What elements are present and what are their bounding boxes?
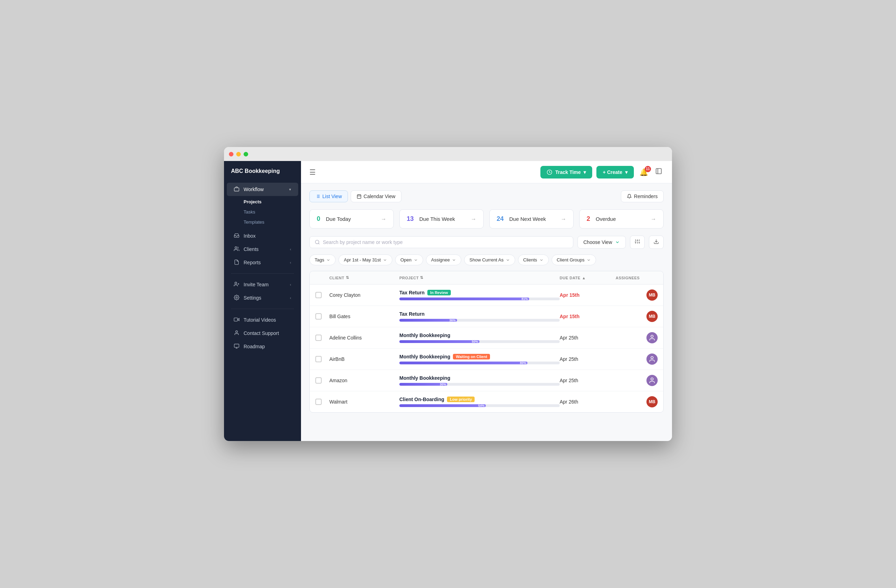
sidebar-item-inbox-label: Inbox (244, 233, 256, 239)
stat-due-next-week-number: 24 (497, 215, 504, 222)
sidebar-item-tutorial-videos-label: Tutorial Videos (244, 317, 276, 323)
svg-marker-6 (238, 318, 239, 321)
sidebar-item-invite-team[interactable]: Invite Team ‹ (227, 278, 298, 291)
th-due-date[interactable]: DUE DATE ▲ (560, 276, 616, 280)
settings-filter-button[interactable] (630, 236, 645, 249)
table-row[interactable]: Corey Clayton Tax Return In Review 81% (310, 285, 663, 306)
progress-bar-3: 50% (399, 340, 560, 343)
sidebar-item-workflow[interactable]: Workflow ▾ (227, 183, 298, 196)
create-label: + Create (603, 169, 622, 175)
svg-rect-9 (234, 344, 239, 347)
progress-fill-4: 80% (399, 361, 527, 364)
table-row[interactable]: Amazon Monthly Bookkeeping 30% Apr (310, 370, 663, 391)
client-name-4: AirBnB (329, 356, 399, 362)
stat-due-this-week[interactable]: 13 Due This Week → (399, 209, 484, 228)
user-menu-button[interactable] (654, 166, 664, 178)
tab-list-view[interactable]: List View (309, 190, 348, 202)
sidebar: ABC Bookkeeping Workflow ▾ Projects Task… (224, 161, 301, 441)
row-checkbox-4[interactable] (315, 356, 329, 362)
sliders-icon (635, 239, 640, 244)
filter-status[interactable]: Open (395, 254, 423, 265)
project-cell-2: Tax Return 36% (399, 311, 560, 321)
maximize-button[interactable] (244, 152, 248, 157)
stat-overdue[interactable]: 2 Overdue → (579, 209, 664, 228)
sidebar-item-contact-support[interactable]: Contact Support (227, 326, 298, 340)
stat-overdue-left: 2 Overdue (587, 215, 616, 222)
search-box[interactable] (309, 236, 573, 248)
sidebar-item-reports[interactable]: Reports ‹ (227, 256, 298, 269)
sidebar-sub-item-templates[interactable]: Templates (236, 217, 298, 227)
filter-assignee[interactable]: Assignee (426, 254, 461, 265)
th-project[interactable]: PROJECT ⇅ (399, 276, 560, 280)
row-checkbox-5[interactable] (315, 377, 329, 384)
support-icon (234, 330, 240, 337)
chevron-right-icon-reports: ‹ (290, 260, 291, 265)
tab-calendar-view[interactable]: Calendar View (351, 190, 401, 202)
project-cell-3: Monthly Bookkeeping 50% (399, 332, 560, 343)
assignee-5 (646, 375, 658, 386)
notifications-button[interactable]: 🔔 11 (638, 167, 650, 178)
row-checkbox-1[interactable] (315, 292, 329, 298)
choose-view-button[interactable]: Choose View (578, 236, 626, 248)
table-row[interactable]: Bill Gates Tax Return 36% Apr 15th (310, 306, 663, 327)
project-name-6: Client On-Boarding Low priority (399, 396, 560, 402)
download-button[interactable] (649, 236, 664, 249)
filter-show-current-as[interactable]: Show Current As (464, 254, 515, 265)
sidebar-item-settings-label: Settings (244, 295, 261, 301)
chevron-right-icon-settings: ‹ (290, 296, 291, 300)
table-row[interactable]: AirBnB Monthly Bookkeeping Waiting on Cl… (310, 349, 663, 370)
stats-row: 0 Due Today → 13 Due This Week → (309, 209, 664, 228)
settings-icon (234, 295, 240, 301)
row-checkbox-2[interactable] (315, 313, 329, 320)
stat-due-this-week-number: 13 (407, 215, 414, 222)
row-checkbox-6[interactable] (315, 399, 329, 405)
titlebar (224, 147, 672, 161)
row-checkbox-3[interactable] (315, 335, 329, 341)
tags-chevron-icon (326, 258, 331, 262)
search-filter-row: Choose View (309, 236, 664, 249)
due-date-6: Apr 26th (560, 399, 616, 405)
track-time-chevron: ▾ (584, 169, 586, 175)
reminders-button[interactable]: Reminders (621, 190, 664, 202)
svg-point-2 (235, 282, 236, 284)
filter-date-range[interactable]: Apr 1st - May 31st (338, 254, 392, 265)
hamburger-icon[interactable]: ☰ (309, 168, 316, 177)
sidebar-item-settings[interactable]: Settings ‹ (227, 291, 298, 305)
sidebar-item-clients[interactable]: Clients ‹ (227, 242, 298, 256)
progress-fill-3: 50% (399, 340, 480, 343)
progress-fill-1: 81% (399, 297, 529, 300)
project-cell-4: Monthly Bookkeeping Waiting on Client 80… (399, 354, 560, 364)
projects-table: CLIENT ⇅ PROJECT ⇅ DUE DATE ▲ ASSIGNEE (309, 271, 664, 413)
svg-point-25 (315, 240, 319, 244)
search-input[interactable] (323, 239, 568, 245)
stat-due-this-week-arrow: → (471, 216, 476, 222)
svg-point-8 (236, 331, 237, 332)
svg-line-26 (318, 243, 320, 244)
sidebar-item-inbox[interactable]: Inbox (227, 229, 298, 242)
th-client[interactable]: CLIENT ⇅ (329, 276, 399, 280)
table-row[interactable]: Walmart Client On-Boarding Low priority … (310, 391, 663, 412)
minimize-button[interactable] (236, 152, 241, 157)
sidebar-sub-item-projects[interactable]: Projects (236, 197, 298, 207)
sidebar-sub-item-tasks[interactable]: Tasks (236, 207, 298, 217)
sidebar-item-roadmap[interactable]: Roadmap (227, 340, 298, 353)
create-button[interactable]: + Create ▾ (596, 166, 634, 178)
due-date-3: Apr 25th (560, 335, 616, 341)
app-window: ABC Bookkeeping Workflow ▾ Projects Task… (224, 147, 672, 441)
filter-client-groups[interactable]: Client Groups (552, 254, 596, 265)
sidebar-divider-2 (231, 309, 294, 309)
inbox-icon (234, 233, 240, 239)
close-button[interactable] (229, 152, 233, 157)
filter-clients[interactable]: Clients (518, 254, 549, 265)
tab-list-view-label: List View (322, 193, 342, 199)
filter-tags[interactable]: Tags (309, 254, 336, 265)
calendar-icon (357, 194, 361, 199)
client-groups-chevron-icon (587, 258, 591, 262)
sidebar-item-tutorial-videos[interactable]: Tutorial Videos (227, 313, 298, 326)
due-date-5: Apr 25th (560, 378, 616, 383)
stat-due-next-week[interactable]: 24 Due Next Week → (489, 209, 574, 228)
table-row[interactable]: Adeline Collins Monthly Bookkeeping 50% (310, 327, 663, 349)
stat-due-today[interactable]: 0 Due Today → (309, 209, 394, 228)
chevron-right-icon: ‹ (290, 247, 291, 251)
track-time-button[interactable]: Track Time ▾ (540, 166, 592, 178)
